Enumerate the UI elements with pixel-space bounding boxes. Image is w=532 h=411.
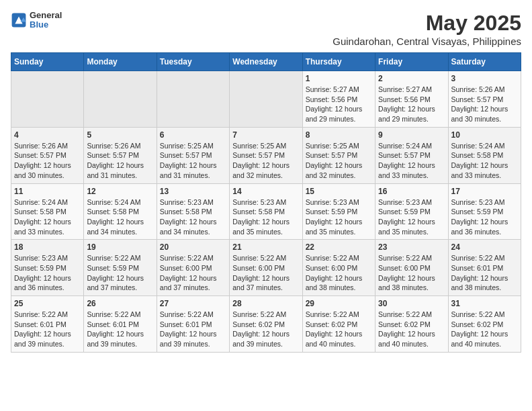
calendar-cell: 30Sunrise: 5:22 AM Sunset: 6:02 PM Dayli… [375,296,448,353]
calendar-cell: 27Sunrise: 5:22 AM Sunset: 6:01 PM Dayli… [157,296,229,353]
day-number: 12 [87,187,153,196]
calendar-cell: 1Sunrise: 5:27 AM Sunset: 5:56 PM Daylig… [302,71,375,128]
day-info: Sunrise: 5:25 AM Sunset: 5:57 PM Dayligh… [232,141,299,181]
day-info: Sunrise: 5:24 AM Sunset: 5:58 PM Dayligh… [87,197,153,237]
calendar-cell: 10Sunrise: 5:24 AM Sunset: 5:58 PM Dayli… [448,127,521,183]
calendar-cell [84,71,157,128]
day-info: Sunrise: 5:25 AM Sunset: 5:57 PM Dayligh… [306,141,372,181]
day-info: Sunrise: 5:26 AM Sunset: 5:57 PM Dayligh… [87,141,153,181]
weekday-header-thursday: Thursday [302,53,375,71]
weekday-header-friday: Friday [375,53,448,71]
day-number: 18 [14,242,81,252]
title-section: May 2025 Guindarohan, Central Visayas, P… [332,11,521,47]
day-number: 26 [87,299,153,308]
calendar-cell: 19Sunrise: 5:22 AM Sunset: 5:59 PM Dayli… [84,240,157,296]
calendar-cell: 18Sunrise: 5:23 AM Sunset: 5:59 PM Dayli… [11,240,84,296]
day-number: 24 [451,242,518,252]
calendar-week-row: 25Sunrise: 5:22 AM Sunset: 6:01 PM Dayli… [11,296,521,353]
weekday-header-monday: Monday [84,53,157,71]
calendar-cell: 13Sunrise: 5:23 AM Sunset: 5:58 PM Dayli… [157,183,229,240]
calendar-cell: 17Sunrise: 5:23 AM Sunset: 5:59 PM Dayli… [448,183,521,240]
day-info: Sunrise: 5:22 AM Sunset: 6:02 PM Dayligh… [378,310,445,349]
subtitle: Guindarohan, Central Visayas, Philippine… [332,36,521,47]
day-number: 11 [14,187,81,196]
day-info: Sunrise: 5:22 AM Sunset: 6:02 PM Dayligh… [306,310,372,349]
calendar-cell: 3Sunrise: 5:26 AM Sunset: 5:57 PM Daylig… [448,71,521,128]
day-info: Sunrise: 5:24 AM Sunset: 5:58 PM Dayligh… [451,141,518,181]
day-info: Sunrise: 5:22 AM Sunset: 5:59 PM Dayligh… [87,253,153,293]
calendar-cell: 12Sunrise: 5:24 AM Sunset: 5:58 PM Dayli… [84,183,157,240]
day-number: 27 [160,299,226,308]
day-info: Sunrise: 5:22 AM Sunset: 6:01 PM Dayligh… [14,310,81,349]
day-number: 5 [87,130,153,140]
day-info: Sunrise: 5:22 AM Sunset: 6:01 PM Dayligh… [87,310,153,349]
calendar-cell: 4Sunrise: 5:26 AM Sunset: 5:57 PM Daylig… [11,127,84,183]
calendar-cell: 2Sunrise: 5:27 AM Sunset: 5:56 PM Daylig… [375,71,448,128]
calendar-cell: 11Sunrise: 5:24 AM Sunset: 5:58 PM Dayli… [11,183,84,240]
day-number: 28 [232,299,299,308]
calendar-cell: 21Sunrise: 5:22 AM Sunset: 6:00 PM Dayli… [230,240,302,296]
weekday-header-sunday: Sunday [11,53,84,71]
calendar-cell: 31Sunrise: 5:22 AM Sunset: 6:02 PM Dayli… [448,296,521,353]
calendar-cell [230,71,302,128]
day-number: 23 [378,242,445,252]
main-title: May 2025 [332,11,521,36]
day-number: 17 [451,187,518,196]
calendar-cell: 25Sunrise: 5:22 AM Sunset: 6:01 PM Dayli… [11,296,84,353]
calendar-cell: 28Sunrise: 5:22 AM Sunset: 6:02 PM Dayli… [230,296,302,353]
calendar-cell: 23Sunrise: 5:22 AM Sunset: 6:00 PM Dayli… [375,240,448,296]
day-info: Sunrise: 5:24 AM Sunset: 5:57 PM Dayligh… [378,141,445,181]
day-number: 20 [160,242,226,252]
calendar-cell [11,71,84,128]
day-number: 22 [306,242,372,252]
logo-text-line1: General [30,11,62,20]
day-number: 29 [306,299,372,308]
calendar-table: SundayMondayTuesdayWednesdayThursdayFrid… [11,52,521,353]
calendar-cell [157,71,229,128]
day-number: 13 [160,187,226,196]
day-info: Sunrise: 5:23 AM Sunset: 5:59 PM Dayligh… [306,197,372,237]
day-info: Sunrise: 5:22 AM Sunset: 6:01 PM Dayligh… [451,253,518,293]
day-info: Sunrise: 5:22 AM Sunset: 6:01 PM Dayligh… [160,310,226,349]
weekday-header-wednesday: Wednesday [230,53,302,71]
calendar-week-row: 4Sunrise: 5:26 AM Sunset: 5:57 PM Daylig… [11,127,521,183]
day-number: 8 [306,130,372,140]
calendar-week-row: 11Sunrise: 5:24 AM Sunset: 5:58 PM Dayli… [11,183,521,240]
calendar-cell: 7Sunrise: 5:25 AM Sunset: 5:57 PM Daylig… [230,127,302,183]
day-number: 4 [14,130,81,140]
day-number: 3 [451,74,518,83]
logo-icon [11,12,27,28]
weekday-header-saturday: Saturday [448,53,521,71]
logo: General Blue [11,11,62,30]
weekday-header-row: SundayMondayTuesdayWednesdayThursdayFrid… [11,53,521,71]
day-info: Sunrise: 5:22 AM Sunset: 6:00 PM Dayligh… [232,253,299,293]
day-info: Sunrise: 5:22 AM Sunset: 6:00 PM Dayligh… [306,253,372,293]
day-info: Sunrise: 5:27 AM Sunset: 5:56 PM Dayligh… [306,85,372,124]
day-number: 25 [14,299,81,308]
day-number: 6 [160,130,226,140]
calendar-cell: 6Sunrise: 5:25 AM Sunset: 5:57 PM Daylig… [157,127,229,183]
day-info: Sunrise: 5:25 AM Sunset: 5:57 PM Dayligh… [160,141,226,181]
calendar-cell: 14Sunrise: 5:23 AM Sunset: 5:58 PM Dayli… [230,183,302,240]
day-number: 14 [232,187,299,196]
day-info: Sunrise: 5:22 AM Sunset: 6:00 PM Dayligh… [378,253,445,293]
day-info: Sunrise: 5:23 AM Sunset: 5:59 PM Dayligh… [451,197,518,237]
day-number: 15 [306,187,372,196]
calendar-cell: 15Sunrise: 5:23 AM Sunset: 5:59 PM Dayli… [302,183,375,240]
day-info: Sunrise: 5:22 AM Sunset: 6:00 PM Dayligh… [160,253,226,293]
calendar-cell: 8Sunrise: 5:25 AM Sunset: 5:57 PM Daylig… [302,127,375,183]
day-info: Sunrise: 5:23 AM Sunset: 5:58 PM Dayligh… [160,197,226,237]
calendar-cell: 20Sunrise: 5:22 AM Sunset: 6:00 PM Dayli… [157,240,229,296]
day-info: Sunrise: 5:23 AM Sunset: 5:59 PM Dayligh… [14,253,81,293]
calendar-week-row: 18Sunrise: 5:23 AM Sunset: 5:59 PM Dayli… [11,240,521,296]
day-info: Sunrise: 5:26 AM Sunset: 5:57 PM Dayligh… [14,141,81,181]
day-number: 30 [378,299,445,308]
calendar-cell: 9Sunrise: 5:24 AM Sunset: 5:57 PM Daylig… [375,127,448,183]
day-number: 10 [451,130,518,140]
day-number: 9 [378,130,445,140]
day-info: Sunrise: 5:26 AM Sunset: 5:57 PM Dayligh… [451,85,518,124]
day-number: 7 [232,130,299,140]
day-number: 19 [87,242,153,252]
day-number: 16 [378,187,445,196]
day-info: Sunrise: 5:23 AM Sunset: 5:59 PM Dayligh… [378,197,445,237]
